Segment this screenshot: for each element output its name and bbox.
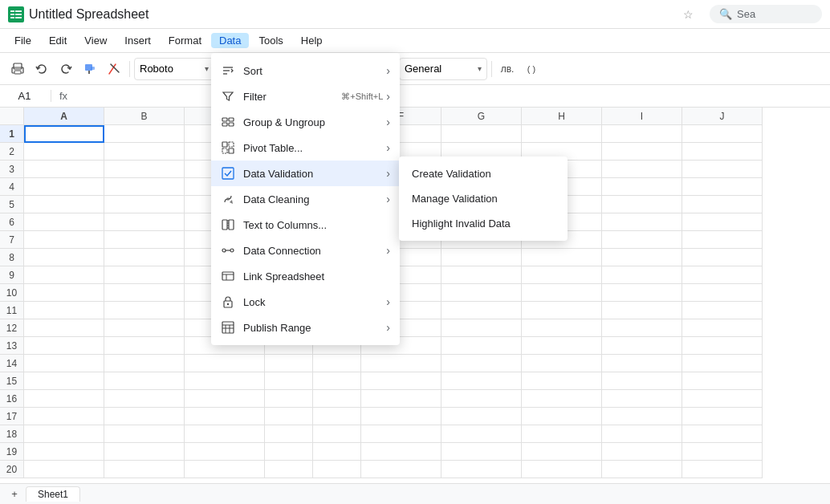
- menu-text-to-columns[interactable]: Text to Columns...: [211, 212, 400, 238]
- menu-item-data[interactable]: Data: [211, 33, 249, 48]
- row-num-3: 3: [0, 161, 24, 178]
- table-row: 13: [0, 337, 830, 355]
- menu-pivot-table[interactable]: Pivot Table... ›: [211, 135, 400, 161]
- cell-G1[interactable]: [441, 125, 522, 143]
- manage-validation-item[interactable]: Manage Validation: [399, 186, 568, 211]
- table-row: 17: [0, 408, 830, 425]
- menu-item-view[interactable]: View: [76, 33, 115, 48]
- col-header-G[interactable]: G: [441, 108, 522, 125]
- number-format-selector[interactable]: General ▾: [399, 58, 487, 80]
- star-icon[interactable]: ☆: [683, 8, 694, 21]
- row-num-14: 14: [0, 355, 24, 372]
- currency-btn[interactable]: лв.: [496, 58, 519, 80]
- col-header-I[interactable]: I: [602, 108, 682, 125]
- menu-item-tools[interactable]: Tools: [250, 33, 291, 48]
- row-num-6: 6: [0, 213, 24, 231]
- menu-data-cleaning[interactable]: Data Cleaning ›: [211, 186, 400, 212]
- validation-icon: [221, 166, 235, 181]
- lock-label: Lock: [243, 296, 386, 308]
- row-num-4: 4: [0, 178, 24, 196]
- sort-label: Sort: [243, 65, 386, 77]
- cell-reference[interactable]: A1: [3, 90, 51, 102]
- clear-format-btn[interactable]: [103, 58, 125, 80]
- create-validation-item[interactable]: Create Validation: [399, 161, 568, 186]
- cell-H1[interactable]: [522, 125, 602, 143]
- cell-I1[interactable]: [602, 125, 682, 143]
- table-row: 14: [0, 355, 830, 372]
- svg-rect-32: [222, 272, 234, 280]
- row-num-15: 15: [0, 372, 24, 390]
- filter-shortcut: ⌘+Shift+L: [341, 91, 383, 102]
- svg-rect-23: [229, 148, 234, 153]
- svg-rect-17: [229, 118, 234, 121]
- sort-icon: [221, 63, 235, 78]
- cell-B1[interactable]: [104, 125, 185, 143]
- table-row: 11: [0, 302, 830, 319]
- title-bar: Untitled Spreadsheet ☆ 🔍 Sea: [0, 0, 830, 29]
- cleaning-label: Data Cleaning: [243, 193, 386, 205]
- group-icon: [221, 115, 235, 129]
- create-validation-label: Create Validation: [412, 168, 491, 180]
- menu-data-connection[interactable]: Data Connection ›: [211, 238, 400, 263]
- svg-point-30: [230, 249, 234, 252]
- menu-sort[interactable]: Sort ›: [211, 58, 400, 83]
- col-header-H[interactable]: H: [522, 108, 602, 125]
- publish-range-label: Publish Range: [243, 322, 386, 334]
- menu-item-format[interactable]: Format: [161, 33, 210, 48]
- menu-data-validation[interactable]: Data Validation ›: [211, 161, 400, 186]
- number-format-label: General: [405, 63, 478, 75]
- menu-item-help[interactable]: Help: [293, 33, 331, 48]
- link-label: Link Spreadsheet: [243, 270, 390, 282]
- row-num-7: 7: [0, 231, 24, 249]
- cell-J1[interactable]: [682, 125, 763, 143]
- text-columns-label: Text to Columns...: [243, 219, 390, 231]
- formula-bar: A1 fx: [0, 85, 830, 108]
- svg-rect-26: [222, 220, 227, 230]
- svg-rect-21: [229, 142, 234, 147]
- highlight-invalid-item[interactable]: Highlight Invalid Data: [399, 211, 568, 236]
- fx-label: fx: [59, 90, 67, 102]
- paint-format-btn[interactable]: [79, 58, 101, 80]
- row-num-1: 1: [0, 125, 24, 143]
- menu-link-spreadsheet[interactable]: Link Spreadsheet: [211, 263, 400, 289]
- svg-rect-18: [222, 123, 227, 126]
- table-row: 1: [0, 125, 830, 143]
- svg-point-29: [222, 249, 226, 252]
- menu-lock[interactable]: Lock ›: [211, 289, 400, 315]
- row-num-11: 11: [0, 302, 24, 319]
- svg-point-36: [227, 303, 229, 305]
- row-num-13: 13: [0, 337, 24, 355]
- menu-item-file[interactable]: File: [6, 33, 39, 48]
- paren-label: ( ): [527, 64, 535, 74]
- print-btn[interactable]: [6, 58, 29, 80]
- group-label: Group & Ungroup: [243, 116, 386, 128]
- validation-sub-menu: Create Validation Manage Validation High…: [399, 156, 568, 241]
- menu-filter[interactable]: Filter ⌘+Shift+L ›: [211, 83, 400, 109]
- corner-cell: [0, 108, 24, 125]
- table-row: 8: [0, 249, 830, 266]
- menu-item-insert[interactable]: Insert: [116, 33, 159, 48]
- col-header-B[interactable]: B: [104, 108, 185, 125]
- paren-btn[interactable]: ( ): [520, 58, 543, 80]
- sheet-add-btn[interactable]: +: [6, 486, 22, 502]
- menu-item-edit[interactable]: Edit: [41, 33, 75, 48]
- connection-icon: [221, 243, 235, 258]
- row-num-16: 16: [0, 390, 24, 408]
- col-header-A[interactable]: A: [24, 108, 104, 125]
- sheet-tab-sheet1[interactable]: Sheet1: [26, 486, 80, 502]
- pivot-icon: [221, 140, 235, 155]
- filter-label: Filter: [243, 91, 341, 103]
- row-num-2: 2: [0, 143, 24, 161]
- font-selector[interactable]: Roboto ▾: [134, 58, 214, 80]
- search-bar[interactable]: 🔍 Sea: [710, 5, 822, 23]
- svg-rect-3: [10, 17, 14, 18]
- redo-btn[interactable]: [55, 58, 77, 80]
- table-row: 19: [0, 443, 830, 461]
- menu-publish-range[interactable]: Publish Range ›: [211, 315, 400, 340]
- app-icon: [8, 6, 24, 22]
- formula-input[interactable]: [72, 90, 827, 102]
- col-header-J[interactable]: J: [682, 108, 763, 125]
- cell-A1[interactable]: [24, 125, 104, 143]
- undo-btn[interactable]: [31, 58, 53, 80]
- menu-group-ungroup[interactable]: Group & Ungroup ›: [211, 109, 400, 135]
